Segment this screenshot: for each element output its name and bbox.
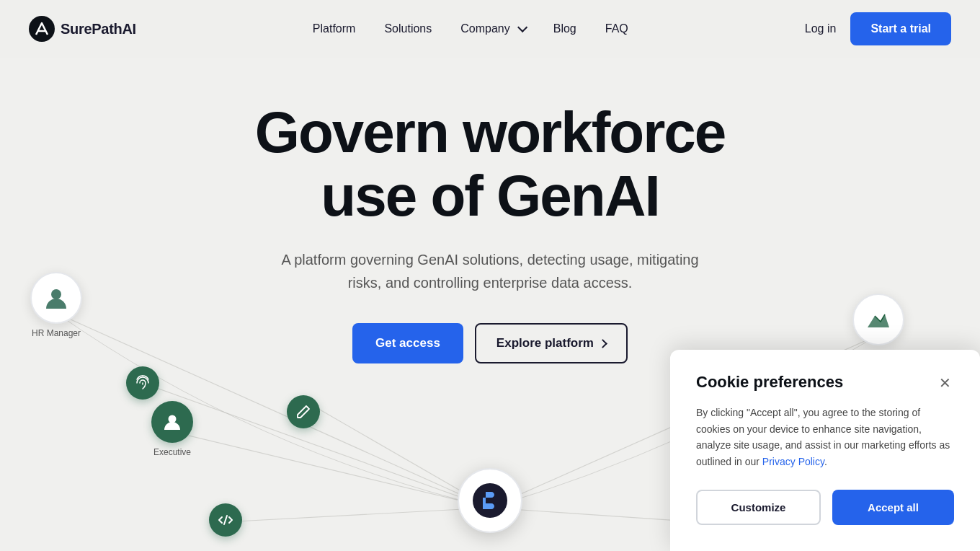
node-executive: Executive (151, 401, 193, 457)
node-edit (287, 395, 320, 428)
svg-point-12 (473, 483, 507, 518)
cookie-body: By clicking "Accept all", you agree to t… (696, 405, 954, 470)
svg-point-0 (29, 16, 55, 42)
cookie-title: Cookie preferences (696, 373, 843, 392)
explore-platform-button[interactable]: Explore platform (475, 323, 628, 363)
svg-line-5 (223, 508, 490, 522)
navbar: SurePathAI Platform Solutions Company Bl… (0, 0, 980, 58)
hero-title: Govern workforce use of GenAI (14, 101, 966, 228)
nav-actions: Log in Start a trial (805, 12, 951, 45)
login-link[interactable]: Log in (805, 22, 837, 35)
accept-all-button[interactable]: Accept all (832, 490, 954, 525)
executive-label: Executive (153, 447, 191, 457)
center-logo-circle (458, 468, 522, 533)
cookie-close-button[interactable]: ✕ (936, 373, 954, 393)
right-top-icon-circle (852, 294, 904, 345)
svg-point-10 (169, 415, 177, 423)
code-icon (218, 512, 233, 528)
cookie-header: Cookie preferences ✕ (696, 373, 954, 393)
svg-point-9 (51, 289, 61, 299)
svg-line-4 (179, 433, 490, 508)
get-access-button[interactable]: Get access (352, 323, 463, 363)
node-fingerprint (126, 366, 159, 400)
hr-manager-label: HR Manager (32, 328, 81, 338)
edit-icon-circle (287, 395, 320, 428)
chevron-down-icon (517, 22, 527, 32)
trial-button[interactable]: Start a trial (850, 12, 951, 45)
hero-subtitle: A platform governing GenAI solutions, de… (274, 248, 706, 294)
arrow-right-icon (598, 339, 607, 348)
logo[interactable]: SurePathAI (29, 16, 136, 42)
hero-section: Govern workforce use of GenAI A platform… (0, 58, 980, 385)
nav-links: Platform Solutions Company Blog FAQ (301, 17, 640, 41)
nav-platform[interactable]: Platform (301, 17, 368, 40)
cookie-modal: Cookie preferences ✕ By clicking "Accept… (670, 350, 980, 551)
cookie-overlay: Cookie preferences ✕ By clicking "Accept… (670, 350, 980, 551)
node-right-top (852, 294, 904, 345)
nav-faq[interactable]: FAQ (594, 17, 640, 40)
nav-solutions[interactable]: Solutions (373, 17, 443, 40)
center-logo-icon (471, 482, 509, 519)
nav-company[interactable]: Company (449, 17, 535, 41)
cookie-actions: Customize Accept all (696, 490, 954, 525)
fingerprint-avatar (126, 366, 159, 400)
person-icon (43, 284, 70, 312)
logo-text: SurePathAI (61, 21, 136, 38)
svg-line-11 (224, 516, 227, 524)
node-code (209, 503, 242, 537)
fingerprint-icon (134, 374, 151, 392)
executive-avatar (151, 401, 193, 443)
privacy-policy-link[interactable]: Privacy Policy (762, 456, 824, 467)
mountain-icon (865, 306, 892, 333)
node-hr-manager: HR Manager (30, 272, 82, 338)
customize-button[interactable]: Customize (696, 490, 821, 525)
hr-manager-avatar (30, 272, 82, 324)
edit-icon (295, 404, 311, 420)
executive-person-icon (161, 411, 183, 433)
logo-icon (29, 16, 55, 42)
code-icon-circle (209, 503, 242, 537)
nav-blog[interactable]: Blog (542, 17, 588, 40)
node-center (458, 468, 522, 533)
